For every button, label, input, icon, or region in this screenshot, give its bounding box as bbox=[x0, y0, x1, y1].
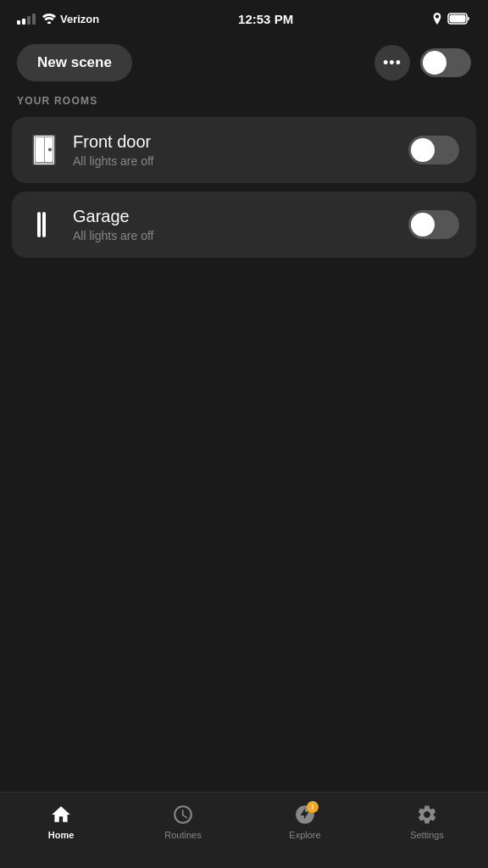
settings-icon bbox=[415, 803, 439, 826]
svg-rect-2 bbox=[449, 15, 465, 23]
location-icon bbox=[432, 13, 442, 25]
front-door-toggle-knob bbox=[411, 138, 435, 162]
more-button[interactable]: ••• bbox=[374, 45, 410, 81]
front-door-toggle[interactable] bbox=[408, 136, 459, 164]
garage-toggle-knob bbox=[411, 213, 435, 236]
nav-home-label: Home bbox=[48, 830, 75, 840]
home-icon bbox=[49, 803, 73, 826]
status-bar: Verizon 12:53 PM bbox=[0, 0, 488, 37]
carrier-label: Verizon bbox=[60, 13, 99, 25]
garage-status: All lights are off bbox=[73, 229, 395, 242]
front-door-status: All lights are off bbox=[73, 154, 395, 168]
signal-icon bbox=[17, 14, 36, 25]
bottom-nav: Home Routines ! Explore Settings bbox=[0, 792, 488, 868]
svg-rect-18 bbox=[42, 212, 46, 237]
routines-icon bbox=[171, 803, 195, 826]
garage-icon bbox=[29, 209, 59, 240]
section-label: YOUR ROOMS bbox=[0, 95, 488, 117]
svg-point-0 bbox=[47, 21, 51, 24]
wifi-icon bbox=[42, 14, 56, 24]
status-time: 12:53 PM bbox=[238, 12, 293, 26]
battery-area bbox=[432, 13, 471, 25]
svg-rect-14 bbox=[36, 137, 44, 162]
garage-info: Garage All lights are off bbox=[73, 207, 395, 242]
nav-routines[interactable]: Routines bbox=[122, 801, 244, 840]
nav-home[interactable]: Home bbox=[0, 801, 122, 840]
svg-point-17 bbox=[49, 148, 51, 150]
rooms-list: Front door All lights are off Garage All… bbox=[0, 117, 488, 258]
nav-explore[interactable]: ! Explore bbox=[244, 801, 366, 840]
nav-routines-label: Routines bbox=[164, 830, 201, 840]
battery-icon bbox=[447, 13, 471, 25]
front-door-name: Front door bbox=[73, 132, 395, 152]
explore-wrapper: ! bbox=[293, 803, 317, 826]
header: New scene ••• bbox=[0, 37, 488, 95]
nav-settings[interactable]: Settings bbox=[366, 801, 488, 840]
nav-explore-label: Explore bbox=[289, 830, 320, 840]
header-actions: ••• bbox=[374, 45, 471, 81]
garage-name: Garage bbox=[73, 207, 395, 226]
front-door-icon bbox=[29, 135, 59, 165]
room-card-front-door[interactable]: Front door All lights are off bbox=[12, 117, 476, 183]
global-toggle[interactable] bbox=[420, 48, 471, 77]
nav-settings-label: Settings bbox=[410, 830, 444, 840]
carrier-signal: Verizon bbox=[17, 13, 99, 25]
new-scene-button[interactable]: New scene bbox=[17, 44, 132, 81]
garage-toggle[interactable] bbox=[408, 210, 459, 239]
svg-rect-19 bbox=[37, 212, 41, 237]
front-door-info: Front door All lights are off bbox=[73, 132, 395, 168]
explore-badge: ! bbox=[307, 801, 319, 813]
global-toggle-knob bbox=[423, 51, 446, 75]
room-card-garage[interactable]: Garage All lights are off bbox=[12, 192, 476, 258]
